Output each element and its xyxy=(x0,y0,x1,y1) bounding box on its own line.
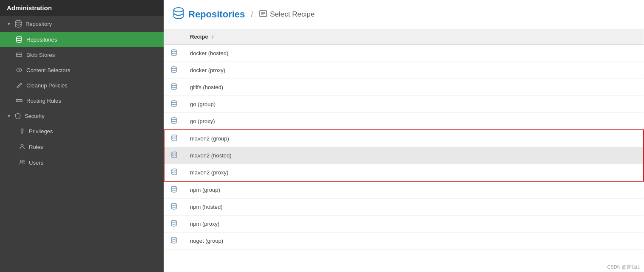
svg-point-30 xyxy=(171,237,176,239)
table-row[interactable]: maven2 (proxy) xyxy=(164,164,644,182)
sidebar-item-blob-stores[interactable]: Blob Stores xyxy=(0,47,164,62)
security-section-icon xyxy=(14,112,21,119)
sidebar-header: Administration xyxy=(0,0,164,16)
row-icon-cell xyxy=(164,45,184,62)
table-row[interactable]: maven2 (group) xyxy=(164,130,644,147)
recipe-db-icon xyxy=(170,66,178,73)
sidebar-item-content-selectors[interactable]: Content Selectors xyxy=(0,62,164,78)
sidebar-item-content-selectors-label: Content Selectors xyxy=(26,67,70,73)
table-row[interactable]: npm (hosted) xyxy=(164,199,644,216)
title-db-icon xyxy=(172,7,185,22)
row-icon-cell xyxy=(164,233,184,250)
svg-point-13 xyxy=(23,160,25,162)
recipe-db-icon xyxy=(170,202,178,210)
sidebar-section-security[interactable]: ▼ Security xyxy=(0,108,164,123)
svg-rect-6 xyxy=(16,99,22,101)
svg-point-21 xyxy=(171,84,176,86)
content-selectors-icon xyxy=(15,67,23,73)
table-row[interactable]: go (group) xyxy=(164,96,644,113)
svg-point-27 xyxy=(171,186,176,188)
svg-point-24 xyxy=(172,135,177,137)
row-label: maven2 (group) xyxy=(184,130,644,147)
sidebar-item-users[interactable]: Users xyxy=(0,155,164,171)
table-row[interactable]: maven2 (hosted) xyxy=(164,147,644,164)
header-separator: / xyxy=(251,10,253,19)
svg-point-12 xyxy=(20,160,22,162)
svg-point-25 xyxy=(172,152,177,154)
sidebar-item-repositories[interactable]: Repositories xyxy=(0,32,164,47)
recipe-db-icon xyxy=(170,83,178,90)
svg-rect-2 xyxy=(17,53,22,57)
routing-rules-icon xyxy=(15,97,23,104)
recipe-db-icon xyxy=(170,168,178,176)
row-icon-cell xyxy=(164,199,184,216)
recipe-table-area: Recipe ↑ docker (hosted) docker (p xyxy=(164,29,644,272)
users-icon xyxy=(19,159,26,167)
sidebar-item-routing-rules[interactable]: Routing Rules xyxy=(0,93,164,108)
table-body: docker (hosted) docker (proxy) gitlfs (h… xyxy=(164,45,644,250)
row-label: npm (hosted) xyxy=(184,199,644,216)
sidebar-item-cleanup-policies[interactable]: Cleanup Policies xyxy=(0,78,164,93)
table-row[interactable]: docker (proxy) xyxy=(164,62,644,79)
page-title: Repositories xyxy=(188,9,245,20)
svg-point-26 xyxy=(172,169,177,171)
table-row[interactable]: gitlfs (hosted) xyxy=(164,79,644,96)
row-icon-cell xyxy=(164,79,184,96)
sub-title-list-icon xyxy=(259,9,267,20)
sidebar-item-blob-stores-label: Blob Stores xyxy=(26,52,55,58)
recipe-db-icon xyxy=(170,151,178,159)
sidebar-item-cleanup-policies-label: Cleanup Policies xyxy=(26,82,68,89)
recipe-db-icon xyxy=(170,117,178,124)
sidebar-item-roles[interactable]: Roles xyxy=(0,139,164,155)
content-wrapper: Repositories / Select Recipe xyxy=(164,0,644,272)
svg-point-14 xyxy=(174,8,183,12)
sidebar-item-roles-label: Roles xyxy=(29,144,43,150)
table-row[interactable]: npm (group) xyxy=(164,181,644,199)
sidebar-section-repository-label: Repository xyxy=(26,21,52,27)
icon-col-header xyxy=(164,29,184,45)
blob-stores-icon xyxy=(15,51,23,58)
table-row[interactable]: go (proxy) xyxy=(164,113,644,130)
svg-point-22 xyxy=(171,101,176,103)
sidebar-section-security-label: Security xyxy=(25,113,45,119)
svg-point-29 xyxy=(171,220,176,222)
roles-icon xyxy=(19,143,26,151)
sidebar-item-repositories-label: Repositories xyxy=(26,36,57,43)
recipe-db-icon xyxy=(170,49,178,56)
svg-point-23 xyxy=(171,118,176,120)
recipe-col-header[interactable]: Recipe ↑ xyxy=(184,29,644,45)
svg-point-11 xyxy=(21,144,23,146)
row-icon-cell xyxy=(164,216,184,233)
recipe-db-icon xyxy=(170,185,178,193)
sidebar-item-users-label: Users xyxy=(29,160,43,166)
svg-point-19 xyxy=(171,50,176,52)
security-arrow-icon: ▼ xyxy=(7,114,11,118)
table-row[interactable]: nuget (group) xyxy=(164,233,644,250)
page-header: Repositories / Select Recipe xyxy=(164,0,644,29)
cleanup-policies-icon xyxy=(15,82,23,89)
row-label: go (group) xyxy=(184,96,644,113)
svg-point-20 xyxy=(171,67,176,69)
row-icon-cell xyxy=(164,147,184,164)
svg-point-1 xyxy=(17,36,22,39)
sort-asc-icon: ↑ xyxy=(211,34,214,40)
sub-title-text: Select Recipe xyxy=(270,10,315,19)
recipe-db-icon xyxy=(170,100,178,107)
row-label: docker (hosted) xyxy=(184,45,644,62)
table-row[interactable]: docker (hosted) xyxy=(164,45,644,62)
sidebar-section-repository[interactable]: ▼ Repository xyxy=(0,16,164,32)
sidebar-item-privileges-label: Privileges xyxy=(29,128,53,135)
svg-point-0 xyxy=(15,20,21,23)
repository-arrow-icon: ▼ xyxy=(7,22,11,26)
row-label: docker (proxy) xyxy=(184,62,644,79)
repositories-icon xyxy=(15,36,23,43)
row-label: gitlfs (hosted) xyxy=(184,79,644,96)
watermark: CSDN @言知山 xyxy=(607,264,641,270)
table-row[interactable]: npm (proxy) xyxy=(164,216,644,233)
row-label: npm (proxy) xyxy=(184,216,644,233)
row-label: npm (group) xyxy=(184,181,644,199)
sidebar-item-privileges[interactable]: Privileges xyxy=(0,123,164,139)
header-sub-title: Select Recipe xyxy=(259,9,315,20)
row-icon-cell xyxy=(164,113,184,130)
row-icon-cell xyxy=(164,130,184,147)
